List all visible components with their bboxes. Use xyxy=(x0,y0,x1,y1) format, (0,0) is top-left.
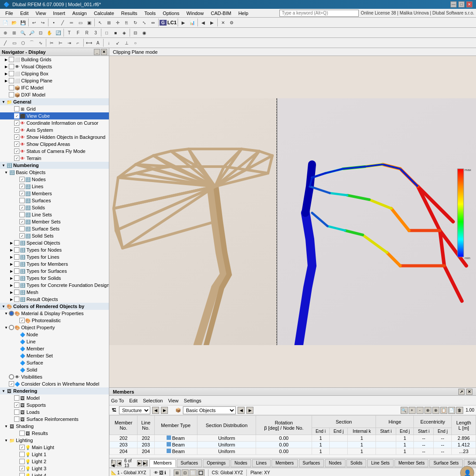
tb-calculate[interactable]: ▶ xyxy=(179,18,188,27)
tree-group-general[interactable]: ▼ 📁 General xyxy=(0,98,109,105)
tb3-draw-spline[interactable]: ∿ xyxy=(36,38,45,47)
tb3-trim[interactable]: ✂ xyxy=(47,38,56,47)
tb-scale[interactable]: ⤡ xyxy=(140,18,149,27)
tb-settings[interactable]: ⚙ xyxy=(227,18,236,27)
tab-nodes2[interactable]: Nodes xyxy=(325,459,346,467)
tb3-draw-line[interactable]: ╱ xyxy=(1,38,10,47)
toolbar-goto[interactable]: Go To xyxy=(111,398,124,403)
page-prev[interactable]: ◀ xyxy=(117,460,122,466)
tb-next-nav[interactable]: ▶ xyxy=(208,18,216,27)
info-icon-status[interactable]: ℹ xyxy=(164,470,166,475)
checkbox-visual-objects[interactable] xyxy=(9,64,14,69)
tb-members-2[interactable]: + xyxy=(409,407,416,414)
radio-object-prop[interactable] xyxy=(9,325,14,330)
menu-help[interactable]: Help xyxy=(235,10,252,17)
checkbox-building-grids[interactable] xyxy=(9,57,14,62)
tb2-filter[interactable]: ⊟ xyxy=(131,28,140,37)
search-input[interactable] xyxy=(279,10,359,17)
checkbox-view-cube[interactable] xyxy=(14,113,19,119)
tb3-extend[interactable]: ⊢ xyxy=(56,38,65,47)
tree-item-member[interactable]: 🔷 Member xyxy=(0,345,109,352)
tb-member[interactable]: ═ xyxy=(67,18,76,27)
page-last[interactable]: ▶| xyxy=(143,460,148,466)
tab-surface-sets[interactable]: Surface Sets xyxy=(429,459,462,467)
checkbox-solid-sets[interactable] xyxy=(19,233,25,238)
filter-objects[interactable]: Basic Objects xyxy=(183,406,236,414)
tree-item-node[interactable]: 🔷 Node xyxy=(0,331,109,338)
tb-rotate[interactable]: ↻ xyxy=(131,18,140,27)
tb-select2[interactable]: ⊞ xyxy=(104,18,113,27)
tree-item-light1[interactable]: 💡 Light 1 xyxy=(0,451,109,458)
tb2-snap[interactable]: ⊕ xyxy=(1,28,10,37)
checkbox-camera[interactable] xyxy=(14,149,19,154)
tree-item-coord-info[interactable]: 👁 Coordinate Information on Cursor xyxy=(0,119,109,126)
tb3-load1[interactable]: ↓ xyxy=(104,38,113,47)
tb-members-6[interactable]: 📋 xyxy=(440,407,447,414)
tb-redo[interactable]: ↪ xyxy=(38,18,47,27)
checkbox-dxf[interactable] xyxy=(9,92,14,97)
tree-item-visual-objects[interactable]: ▶ 👁 Visual Objects xyxy=(0,63,109,70)
tb3-text[interactable]: A xyxy=(93,38,102,47)
view-mode-3[interactable]: ⬜ xyxy=(190,469,197,476)
tree-item-types-solids[interactable]: ▶ 🔢 Types for Solids xyxy=(0,275,109,282)
filter-obj-btn2[interactable]: ▶ xyxy=(246,407,253,414)
tree-item-solid-sets[interactable]: 🔢 Solid Sets xyxy=(0,232,109,239)
tb2-view-right[interactable]: R xyxy=(82,28,91,37)
tree-item-show-clipped[interactable]: 👁 Show Clipped Areas xyxy=(0,141,109,148)
tree-item-member-set[interactable]: 🔷 Member Set xyxy=(0,352,109,359)
tb2-fit[interactable]: ⊡ xyxy=(36,28,45,37)
toolbar-view[interactable]: View xyxy=(168,398,178,403)
tb2-grid[interactable]: ⊞ xyxy=(10,28,19,37)
tree-item-surface[interactable]: 🔷 Surface xyxy=(0,359,109,366)
filter-obj-btn1[interactable]: ◀ xyxy=(238,407,245,414)
tb-undo[interactable]: ↩ xyxy=(30,18,38,27)
tb2-render[interactable]: ◈ xyxy=(120,28,129,37)
menu-calculate[interactable]: Calculate xyxy=(90,10,118,17)
tree-item-model[interactable]: 🖼 Model xyxy=(0,394,109,402)
checkbox-types-nodes[interactable] xyxy=(14,247,19,253)
checkbox-coord-info[interactable] xyxy=(14,120,19,126)
tree-item-types-members[interactable]: ▶ 🔢 Types for Members xyxy=(0,260,109,268)
tree-item-mesh[interactable]: ▶ 🔢 Mesh xyxy=(0,289,109,296)
tree-item-solid[interactable]: 🔷 Solid xyxy=(0,366,109,373)
tree-item-results-shading[interactable]: 🖼 Results xyxy=(0,430,109,437)
view-mode-4[interactable]: 🔲 xyxy=(197,469,205,476)
view-mode-2[interactable]: ⊡ xyxy=(182,469,189,476)
tree-item-light3[interactable]: 💡 Light 3 xyxy=(0,465,109,472)
tree-item-loads[interactable]: 🖼 Loads xyxy=(0,409,109,416)
toolbar-settings[interactable]: Settings xyxy=(184,398,201,403)
tree-item-material-display[interactable]: ▼ 🎨 Material & Display Properties xyxy=(0,310,109,317)
checkbox-light2[interactable] xyxy=(19,459,25,464)
tree-item-main-light[interactable]: 💡 Main Light xyxy=(0,444,109,451)
checkbox-ifc[interactable] xyxy=(9,85,14,90)
tree-item-member-sets[interactable]: 🔢 Member Sets xyxy=(0,218,109,225)
tb-members-3[interactable]: - xyxy=(416,407,424,414)
tb2-rotate3d[interactable]: 🔄 xyxy=(54,28,63,37)
menu-insert[interactable]: Insert xyxy=(49,10,69,17)
checkbox-consider-colors[interactable] xyxy=(9,381,14,387)
menu-window[interactable]: Window xyxy=(183,10,207,17)
tb-new[interactable]: 📄 xyxy=(1,18,10,27)
tab-surfaces2[interactable]: Surfaces xyxy=(299,459,324,467)
tb-copy[interactable]: ⎘ xyxy=(122,18,131,27)
tb-mirror[interactable]: ⇔ xyxy=(149,18,157,27)
checkbox-types-members[interactable] xyxy=(14,261,19,267)
tab-lines[interactable]: Lines xyxy=(252,459,271,467)
tb-members-7[interactable]: 📄 xyxy=(448,407,455,414)
tab-surfaces[interactable]: Surfaces xyxy=(177,459,202,467)
table-row[interactable]: 203 203 Beam Uniform 0.00 1 1 1 -- -- xyxy=(110,442,476,448)
tree-item-surface-sets[interactable]: 🔢 Surface Sets xyxy=(0,225,109,232)
tree-item-supports[interactable]: 🖼 Supports xyxy=(0,402,109,409)
checkbox-types-solids[interactable] xyxy=(14,275,19,281)
radio-visibilities[interactable] xyxy=(9,374,14,379)
checkbox-results-shading[interactable] xyxy=(19,431,25,436)
tab-members[interactable]: Members xyxy=(149,459,176,467)
tree-item-surfaces2[interactable]: 🔢 Surfaces xyxy=(0,197,109,204)
tree-item-nodes[interactable]: 🔢 Nodes xyxy=(0,176,109,183)
tb-members-5[interactable]: ⊗ xyxy=(432,407,439,414)
checkbox-surface-sets[interactable] xyxy=(19,226,25,231)
tb-results[interactable]: 📊 xyxy=(188,18,197,27)
checkbox-surface-rein[interactable] xyxy=(14,416,19,422)
tree-item-clipping-box[interactable]: ▶ ⬜ Clipping Box xyxy=(0,70,109,77)
tree-item-special-objects[interactable]: ▶ 🔢 Special Objects xyxy=(0,239,109,246)
